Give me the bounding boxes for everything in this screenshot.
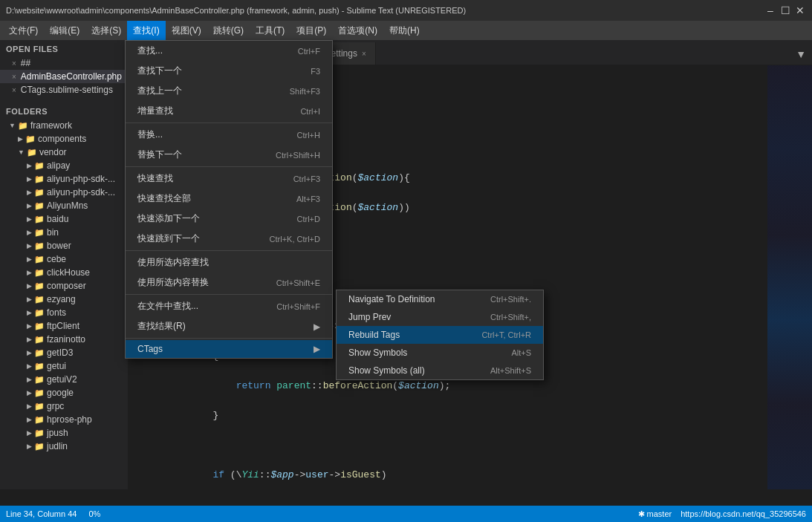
find-menu-use-selection-replace[interactable]: 使用所选内容替换Ctrl+Shift+E	[126, 273, 332, 293]
menu-edit[interactable]: 编辑(E)	[44, 21, 85, 40]
folder-getui[interactable]: ▶ 📁 getui	[0, 359, 128, 373]
folder-alipay[interactable]: ▶ 📁 alipay	[0, 159, 128, 172]
find-menu-find-results[interactable]: 查找结果(R)▶	[126, 316, 332, 336]
folder-getuiv2[interactable]: ▶ 📁 getuiV2	[0, 373, 128, 386]
find-menu-use-selection-find[interactable]: 使用所选内容查找	[126, 252, 332, 273]
folders-title: FOLDERS	[0, 102, 128, 119]
folder-composer[interactable]: ▶ 📁 composer	[0, 279, 128, 293]
status-percent: 0%	[88, 509, 100, 518]
find-menu-quick-find-all[interactable]: 快速查找全部Alt+F3	[126, 189, 332, 209]
divider-4	[126, 294, 332, 295]
find-menu-prev[interactable]: 查找上一个Shift+F3	[126, 81, 332, 101]
ctags-submenu: Navigate To DefinitionCtrl+Shift+. Jump …	[336, 290, 544, 380]
folder-judlin[interactable]: ▶ 📁 judlin	[0, 440, 128, 453]
find-menu-incremental[interactable]: 增量查找Ctrl+I	[126, 101, 332, 121]
folder-hprose[interactable]: ▶ 📁 hprose-php	[0, 413, 128, 426]
ctags-navigate-to-def[interactable]: Navigate To DefinitionCtrl+Shift+.	[337, 290, 543, 308]
tab-close-icon[interactable]: ×	[362, 50, 366, 58]
divider-5	[126, 338, 332, 339]
title-text: D:\website\wwwroot\admin\components\Admi…	[6, 6, 466, 15]
folder-aliyunmns[interactable]: ▶ 📁 AliyunMns	[0, 199, 128, 212]
folder-cebe[interactable]: ▶ 📁 cebe	[0, 252, 128, 266]
menu-tools[interactable]: 工具(T)	[250, 21, 290, 40]
minimap	[767, 65, 812, 489]
open-file-ctags[interactable]: × CTags.sublime-settings	[0, 83, 128, 97]
folder-components[interactable]: ▶ 📁 components	[0, 132, 128, 146]
open-file-adminbase[interactable]: × AdminBaseController.php	[0, 70, 128, 83]
status-bar: Line 34, Column 44 0% ✱ master https://b…	[0, 506, 812, 522]
folder-framework[interactable]: ▼ 📁 framework	[0, 119, 128, 132]
find-menu-quick-add-next[interactable]: 快速添加下一个Ctrl+D	[126, 209, 332, 229]
menu-help[interactable]: 帮助(H)	[383, 21, 426, 40]
open-files-title: OPEN FILES	[0, 40, 128, 56]
folder-google[interactable]: ▶ 📁 google	[0, 386, 128, 399]
find-menu-ctags[interactable]: CTags▶	[126, 340, 332, 358]
close-icon[interactable]: ×	[12, 59, 16, 68]
maximize-button[interactable]: ☐	[779, 4, 791, 16]
folder-ftpclient[interactable]: ▶ 📁 ftpClient	[0, 319, 128, 333]
ctags-show-symbols[interactable]: Show SymbolsAlt+S	[337, 344, 543, 362]
folder-ezyang[interactable]: ▶ 📁 ezyang	[0, 293, 128, 306]
folder-fzaninotto[interactable]: ▶ 📁 fzaninotto	[0, 333, 128, 346]
menu-goto[interactable]: 跳转(G)	[207, 21, 250, 40]
menu-view[interactable]: 视图(V)	[166, 21, 207, 40]
close-button[interactable]: ✕	[794, 4, 806, 16]
find-menu-next[interactable]: 查找下一个F3	[126, 61, 332, 81]
folder-fonts[interactable]: ▶ 📁 fonts	[0, 306, 128, 319]
folder-aliyun2[interactable]: ▶ 📁 aliyun-php-sdk-...	[0, 186, 128, 199]
titlebar: D:\website\wwwroot\admin\components\Admi…	[0, 0, 812, 21]
folder-vendor[interactable]: ▼ 📁 vendor	[0, 146, 128, 159]
ctags-jump-prev[interactable]: Jump PrevCtrl+Shift+,	[337, 308, 543, 326]
open-file-hash[interactable]: × ##	[0, 56, 128, 70]
find-menu-replace[interactable]: 替换...Ctrl+H	[126, 125, 332, 145]
menu-project[interactable]: 项目(P)	[290, 21, 332, 40]
close-icon[interactable]: ×	[12, 73, 16, 81]
status-url: https://blog.csdn.net/qq_35296546	[681, 509, 806, 519]
status-branch: ✱ master	[638, 509, 672, 519]
find-menu-search[interactable]: 查找...Ctrl+F	[126, 41, 332, 61]
minimize-button[interactable]: –	[764, 4, 776, 16]
find-menu-replace-next[interactable]: 替换下一个Ctrl+Shift+H	[126, 145, 332, 165]
minimap-canvas	[767, 65, 812, 489]
folder-bin[interactable]: ▶ 📁 bin	[0, 226, 128, 239]
folder-grpc[interactable]: ▶ 📁 grpc	[0, 399, 128, 413]
ctags-show-symbols-all[interactable]: Show Symbols (all)Alt+Shift+S	[337, 362, 543, 379]
find-menu-quick-skip[interactable]: 快速跳到下一个Ctrl+K, Ctrl+D	[126, 229, 332, 249]
main-layout: OPEN FILES × ## × AdminBaseController.ph…	[0, 40, 812, 489]
find-dropdown-menu: 查找...Ctrl+F 查找下一个F3 查找上一个Shift+F3 增量查找Ct…	[125, 40, 333, 359]
menu-find[interactable]: 查找(I)	[127, 21, 165, 40]
divider-3	[126, 250, 332, 251]
folder-clickhouse[interactable]: ▶ 📁 clickHouse	[0, 266, 128, 279]
menu-file[interactable]: 文件(F)	[3, 21, 44, 40]
close-icon[interactable]: ×	[12, 86, 16, 94]
folder-jpush[interactable]: ▶ 📁 jpush	[0, 426, 128, 440]
menu-select[interactable]: 选择(S)	[85, 21, 127, 40]
sidebar: OPEN FILES × ## × AdminBaseController.ph…	[0, 40, 128, 489]
tab-overflow-button[interactable]: ▼	[790, 44, 812, 65]
find-menu-quick-find[interactable]: 快速查找Ctrl+F3	[126, 169, 332, 189]
divider-1	[126, 123, 332, 123]
folder-baidu[interactable]: ▶ 📁 baidu	[0, 212, 128, 226]
divider-2	[126, 166, 332, 167]
folder-bower[interactable]: ▶ 📁 bower	[0, 239, 128, 252]
find-menu-find-in-files[interactable]: 在文件中查找...Ctrl+Shift+F	[126, 296, 332, 316]
menubar: 文件(F) 编辑(E) 选择(S) 查找(I) 视图(V) 跳转(G) 工具(T…	[0, 21, 812, 40]
menu-prefs[interactable]: 首选项(N)	[332, 21, 383, 40]
status-position: Line 34, Column 44	[6, 509, 77, 518]
folder-aliyun1[interactable]: ▶ 📁 aliyun-php-sdk-...	[0, 172, 128, 186]
folder-getid3[interactable]: ▶ 📁 getID3	[0, 346, 128, 359]
ctags-rebuild-tags[interactable]: Rebuild TagsCtrl+T, Ctrl+R	[337, 326, 543, 344]
